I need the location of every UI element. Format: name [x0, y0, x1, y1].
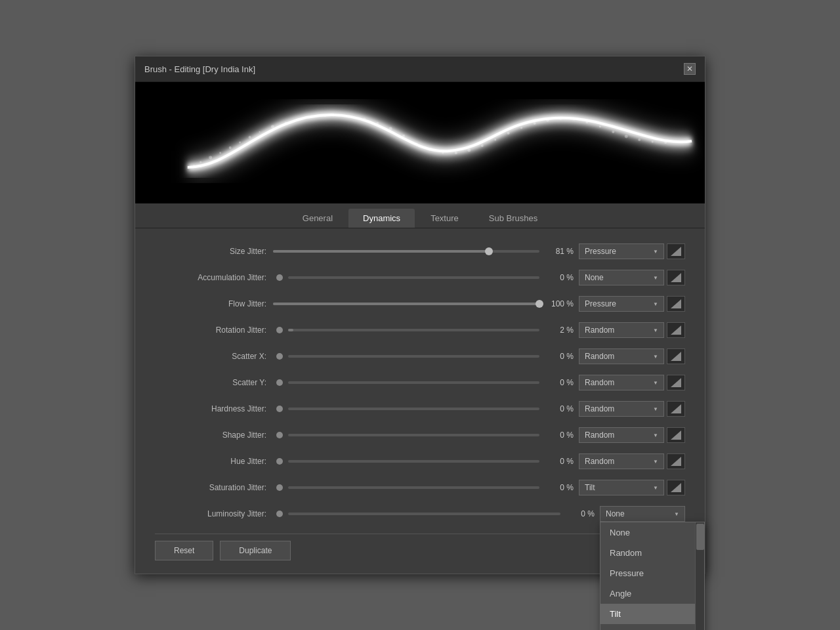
- slider-size-jitter[interactable]: [273, 245, 539, 258]
- graph-btn-hardness-jitter[interactable]: [667, 401, 685, 417]
- tab-sub-brushes[interactable]: Sub Brushes: [474, 209, 552, 228]
- svg-marker-43: [671, 299, 681, 308]
- label-flow-jitter: Flow Jitter:: [155, 299, 273, 308]
- slider-hue-jitter[interactable]: [273, 455, 539, 468]
- svg-point-34: [612, 131, 614, 133]
- row-hue-jitter: Hue Jitter:0 %Random▼: [155, 452, 685, 471]
- dropdown-arrow-hue-jitter: ▼: [653, 459, 658, 465]
- dropdown-wrapper-flow-jitter: Pressure▼: [579, 296, 664, 312]
- dropdown-scatter-y[interactable]: Random▼: [579, 375, 664, 390]
- title-bar: Brush - Editing [Dry India Ink] ✕: [135, 56, 705, 82]
- dropdown-arrow-scatter-y: ▼: [653, 380, 658, 386]
- luminosity-dropdown-menu: NoneRandomPressureAngleTiltRotationCycli…: [600, 522, 705, 630]
- dropdown-arrow-rotation-jitter: ▼: [653, 327, 658, 333]
- graph-btn-flow-jitter[interactable]: [667, 296, 685, 312]
- slider-scatter-y[interactable]: [273, 376, 539, 389]
- slider-luminosity-jitter[interactable]: [273, 507, 560, 520]
- menu-item-none[interactable]: None: [600, 522, 695, 543]
- menu-item-pressure[interactable]: Pressure: [600, 563, 695, 583]
- row-scatter-y: Scatter Y:0 %Random▼: [155, 373, 685, 392]
- dropdown-value-luminosity-jitter: None: [606, 509, 625, 518]
- svg-point-12: [324, 114, 326, 117]
- svg-point-18: [402, 135, 405, 137]
- dropdown-arrow-accumulation-jitter: ▼: [653, 275, 658, 281]
- dropdown-scrollbar[interactable]: [695, 522, 704, 630]
- graph-btn-scatter-x[interactable]: [667, 348, 685, 364]
- svg-point-9: [285, 122, 287, 124]
- tab-dynamics[interactable]: Dynamics: [348, 209, 415, 228]
- duplicate-button[interactable]: Duplicate: [220, 541, 291, 560]
- brush-preview: [135, 82, 705, 203]
- svg-point-31: [573, 119, 575, 121]
- svg-point-38: [664, 141, 667, 144]
- menu-item-tilt[interactable]: Tilt: [600, 604, 695, 624]
- svg-point-6: [249, 136, 251, 138]
- svg-marker-47: [671, 404, 681, 413]
- row-luminosity-jitter: Luminosity Jitter:0 %None▼NoneRandomPres…: [155, 504, 685, 524]
- label-luminosity-jitter: Luminosity Jitter:: [155, 509, 273, 518]
- svg-point-17: [389, 127, 392, 131]
- jitter-rows: Size Jitter:81 %Pressure▼ Accumulation J…: [155, 242, 685, 524]
- dot-luminosity-jitter: [276, 511, 283, 517]
- menu-item-random[interactable]: Random: [600, 543, 695, 563]
- slider-saturation-jitter[interactable]: [273, 481, 539, 494]
- svg-point-19: [416, 143, 418, 145]
- svg-point-8: [271, 125, 274, 129]
- slider-shape-jitter[interactable]: [273, 429, 539, 442]
- dropdown-saturation-jitter[interactable]: Tilt▼: [579, 480, 664, 495]
- graph-btn-saturation-jitter[interactable]: [667, 480, 685, 495]
- dot-hardness-jitter: [276, 406, 283, 412]
- graph-btn-size-jitter[interactable]: [667, 243, 685, 259]
- dropdown-size-jitter[interactable]: Pressure▼: [579, 243, 664, 259]
- dropdown-rotation-jitter[interactable]: Random▼: [579, 322, 664, 338]
- dropdown-accumulation-jitter[interactable]: None▼: [579, 270, 664, 285]
- dropdown-shape-jitter[interactable]: Random▼: [579, 427, 664, 443]
- dropdown-flow-jitter[interactable]: Pressure▼: [579, 296, 664, 312]
- graph-btn-rotation-jitter[interactable]: [667, 322, 685, 338]
- reset-button[interactable]: Reset: [155, 541, 213, 560]
- svg-point-23: [467, 148, 471, 152]
- dropdown-value-hardness-jitter: Random: [585, 404, 614, 413]
- slider-accumulation-jitter[interactable]: [273, 271, 539, 284]
- tabs-bar: General Dynamics Texture Sub Brushes: [135, 203, 705, 228]
- svg-marker-48: [671, 430, 681, 440]
- close-button[interactable]: ✕: [684, 63, 696, 75]
- dropdown-wrapper-accumulation-jitter: None▼: [579, 270, 664, 285]
- graph-btn-accumulation-jitter[interactable]: [667, 270, 685, 285]
- graph-btn-shape-jitter[interactable]: [667, 427, 685, 443]
- dot-scatter-x: [276, 353, 283, 360]
- dropdown-hardness-jitter[interactable]: Random▼: [579, 401, 664, 417]
- brush-edit-dialog: Brush - Editing [Dry India Ink] ✕: [135, 56, 705, 574]
- dropdown-scatter-x[interactable]: Random▼: [579, 348, 664, 364]
- tab-texture[interactable]: Texture: [416, 209, 473, 228]
- svg-point-25: [494, 139, 496, 141]
- dropdown-value-shape-jitter: Random: [585, 430, 614, 440]
- svg-point-11: [311, 116, 313, 118]
- svg-point-10: [297, 118, 300, 121]
- svg-marker-45: [671, 352, 681, 361]
- dropdown-hue-jitter[interactable]: Random▼: [579, 453, 664, 469]
- dropdown-wrapper-luminosity-jitter: None▼NoneRandomPressureAngleTiltRotation…: [600, 506, 685, 522]
- graph-btn-hue-jitter[interactable]: [667, 453, 685, 469]
- dot-rotation-jitter: [276, 327, 283, 333]
- dropdown-wrapper-scatter-x: Random▼: [579, 348, 664, 364]
- svg-point-24: [481, 144, 484, 147]
- svg-point-39: [678, 141, 679, 142]
- graph-btn-scatter-y[interactable]: [667, 375, 685, 390]
- menu-item-rotation[interactable]: Rotation: [600, 624, 695, 630]
- svg-point-15: [363, 118, 366, 121]
- slider-hardness-jitter[interactable]: [273, 402, 539, 415]
- svg-marker-50: [671, 483, 681, 492]
- value-size-jitter: 81 %: [539, 247, 579, 256]
- dropdown-luminosity-jitter[interactable]: None▼: [600, 506, 685, 522]
- svg-marker-41: [671, 247, 681, 256]
- svg-marker-49: [671, 457, 681, 466]
- value-hardness-jitter: 0 %: [539, 404, 579, 413]
- slider-flow-jitter[interactable]: [273, 297, 539, 310]
- slider-rotation-jitter[interactable]: [273, 324, 539, 337]
- slider-scatter-x[interactable]: [273, 350, 539, 363]
- tab-general[interactable]: General: [288, 209, 347, 228]
- row-accumulation-jitter: Accumulation Jitter:0 %None▼: [155, 268, 685, 287]
- svg-marker-44: [671, 326, 681, 335]
- menu-item-angle[interactable]: Angle: [600, 583, 695, 604]
